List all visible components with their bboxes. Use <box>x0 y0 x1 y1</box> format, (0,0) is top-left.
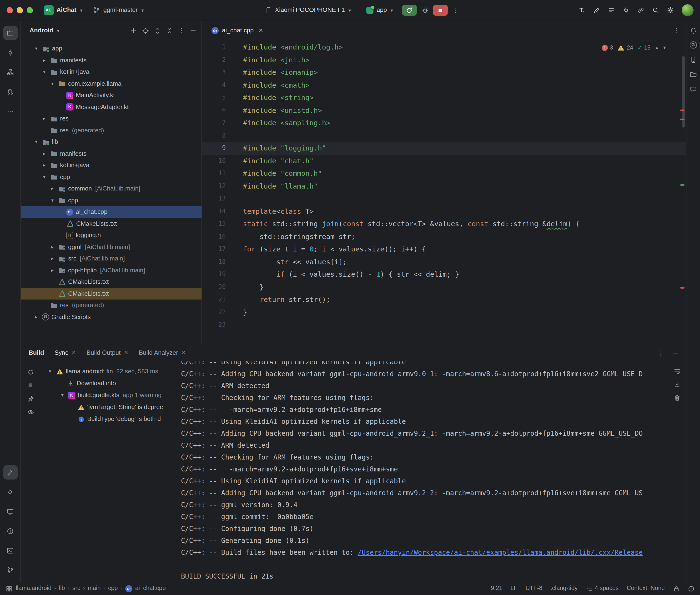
chevron-down-icon[interactable]: ▾ <box>33 139 39 145</box>
close-tab-icon[interactable]: ✕ <box>181 349 186 356</box>
profile-avatar[interactable] <box>681 4 693 16</box>
expand-all-icon[interactable] <box>153 27 161 34</box>
project-tree-item-cmakelists-txt[interactable]: CMakeLists.txt <box>21 276 201 288</box>
settings-button[interactable] <box>667 6 674 14</box>
project-tree-item-com-example-llama[interactable]: ▾com.example.llama <box>21 78 201 89</box>
chevron-down-icon[interactable]: ▾ <box>41 174 48 180</box>
context-widget[interactable]: Context: None <box>627 585 665 592</box>
stop-button[interactable] <box>433 5 448 16</box>
chevron-right-icon[interactable]: ▸ <box>41 151 48 157</box>
ai-edit-button[interactable] <box>593 6 600 14</box>
line-number[interactable]: 17 <box>202 243 226 255</box>
lock-icon[interactable] <box>673 586 679 592</box>
build-tool-button[interactable] <box>3 465 18 480</box>
build-tree-item[interactable]: ▾llama.android: fin22 sec, 583 ms <box>40 366 173 378</box>
run-button[interactable] <box>402 5 417 16</box>
chevron-right-icon[interactable]: ▸ <box>49 244 56 250</box>
layout-icon[interactable] <box>6 586 12 592</box>
project-view-selector[interactable]: Android <box>30 27 53 34</box>
collapse-all-icon[interactable] <box>165 27 173 34</box>
project-tool-button[interactable] <box>3 26 18 40</box>
chevron-right-icon[interactable]: ▸ <box>41 162 48 168</box>
terminal-tool-button[interactable] <box>3 543 18 558</box>
more-tool-windows-button[interactable] <box>3 104 18 118</box>
error-indicator-icon[interactable] <box>688 586 694 592</box>
run-configuration-selector[interactable]: app ▼ <box>363 4 397 16</box>
chevron-right-icon[interactable]: ▸ <box>33 314 39 320</box>
build-options-icon[interactable] <box>657 349 665 357</box>
build-tab-build-output[interactable]: Build Output✕ <box>86 349 129 357</box>
chevron-right-icon[interactable]: ▸ <box>41 57 48 63</box>
change-stripe-mark[interactable] <box>680 184 684 186</box>
project-tree-item-kotlin-java[interactable]: ▾kotlin+java <box>21 66 201 78</box>
passed-count[interactable]: ✓ 15 <box>637 44 650 51</box>
line-number[interactable]: 21 <box>202 293 226 306</box>
next-problem-icon[interactable]: ▼ <box>662 45 667 50</box>
line-number[interactable]: 22 <box>202 306 226 318</box>
line-number[interactable]: 4 <box>202 79 226 91</box>
build-tree-item[interactable]: BuildType 'debug' is both d <box>40 413 173 425</box>
line-number[interactable]: 18 <box>202 255 226 268</box>
line-number[interactable]: 12 <box>202 180 226 192</box>
project-tree-item-res[interactable]: res(generated) <box>21 124 201 136</box>
project-selector[interactable]: AC AiChat ▼ <box>40 3 87 17</box>
error-count[interactable]: ! 3 <box>601 44 613 51</box>
breadcrumb-item-main[interactable]: main <box>88 585 101 592</box>
device-selector[interactable]: Xiaomi POCOPHONE F1 ▼ <box>261 4 355 16</box>
chevron-right-icon[interactable]: ▸ <box>41 116 48 122</box>
clang-tidy-widget[interactable]: .clang-tidy <box>551 585 578 592</box>
build-tab-sync[interactable]: Sync✕ <box>55 349 76 357</box>
project-tree-item-cpp-httplib[interactable]: ▸cpp-httplib[AiChat.lib.main] <box>21 264 201 276</box>
project-tree-item-kotlin-java[interactable]: ▸kotlin+java <box>21 160 201 171</box>
error-stripe-mark[interactable] <box>680 110 684 111</box>
project-tree-item-manifests[interactable]: ▸manifests <box>21 148 201 160</box>
breadcrumb-item-src[interactable]: src <box>73 585 80 592</box>
chevron-right-icon[interactable]: ▸ <box>49 186 56 192</box>
build-tree-item[interactable]: 'jvmTarget: String' is deprec <box>40 401 173 413</box>
line-number[interactable]: 8 <box>202 129 226 142</box>
build-output-link[interactable]: /Users/hanyin/Workspace/ai-chat/examples… <box>358 548 643 556</box>
notifications-bell-icon[interactable] <box>689 27 697 34</box>
line-number[interactable]: 10 <box>202 154 226 167</box>
project-tree-item-messageadapter-kt[interactable]: KMessageAdapter.kt <box>21 101 201 113</box>
chevron-down-icon[interactable]: ▾ <box>49 197 56 203</box>
chevron-down-icon[interactable]: ▾ <box>49 81 56 87</box>
line-number[interactable]: 23 <box>202 318 226 331</box>
inspections-widget[interactable]: ! 3 24 ✓ 15 ▲ <box>599 43 670 52</box>
line-number[interactable]: 15 <box>202 218 226 230</box>
hide-build-panel-icon[interactable] <box>671 349 679 357</box>
debug-button[interactable] <box>421 6 429 14</box>
prev-problem-icon[interactable]: ▲ <box>655 45 659 50</box>
editor-tab-ai-chat-cpp[interactable]: C+ ai_chat.cpp ✕ <box>208 21 266 40</box>
vcs-branch-selector[interactable]: ggml-master ▼ <box>89 4 148 16</box>
search-everywhere-button[interactable] <box>652 6 660 14</box>
project-tree-item-cpp[interactable]: ▾cpp <box>21 195 201 206</box>
running-devices-tool-button[interactable] <box>3 504 18 518</box>
line-number[interactable]: 11 <box>202 167 226 180</box>
line-number[interactable]: 3 <box>202 66 226 79</box>
line-number[interactable]: 13 <box>202 192 226 205</box>
gradle-tool-button[interactable]: G <box>690 41 697 49</box>
line-number[interactable]: 2 <box>202 54 226 66</box>
breadcrumb-item-cpp[interactable]: cpp <box>108 585 118 592</box>
project-tree-item-src[interactable]: ▸src[AiChat.lib.main] <box>21 253 201 264</box>
project-tree-item-common[interactable]: ▸common[AiChat.lib.main] <box>21 183 201 195</box>
device-manager-tool-button[interactable] <box>689 56 697 63</box>
project-tree-item-gradle-scripts[interactable]: ▸GGradle Scripts <box>21 311 201 323</box>
chevron-right-icon[interactable]: ▸ <box>49 256 56 262</box>
line-number[interactable]: 16 <box>202 230 226 243</box>
commit-tool-button[interactable] <box>3 45 18 59</box>
task-list-button[interactable] <box>608 6 615 14</box>
problems-tool-button[interactable] <box>3 524 18 538</box>
line-number[interactable]: 6 <box>202 104 226 117</box>
pull-requests-tool-button[interactable] <box>3 84 18 98</box>
error-stripe-mark[interactable] <box>680 287 684 289</box>
close-tab-icon[interactable]: ✕ <box>72 349 76 356</box>
chevron-down-icon[interactable]: ▾ <box>33 46 39 52</box>
warning-count[interactable]: 24 <box>617 44 633 51</box>
close-window-button[interactable] <box>7 7 12 13</box>
breadcrumb-item-lib[interactable]: lib <box>59 585 65 592</box>
filter-warnings-icon[interactable] <box>27 408 34 416</box>
project-tree-item-logging-h[interactable]: Hlogging.h <box>21 229 201 241</box>
plugins-button[interactable] <box>622 6 630 14</box>
